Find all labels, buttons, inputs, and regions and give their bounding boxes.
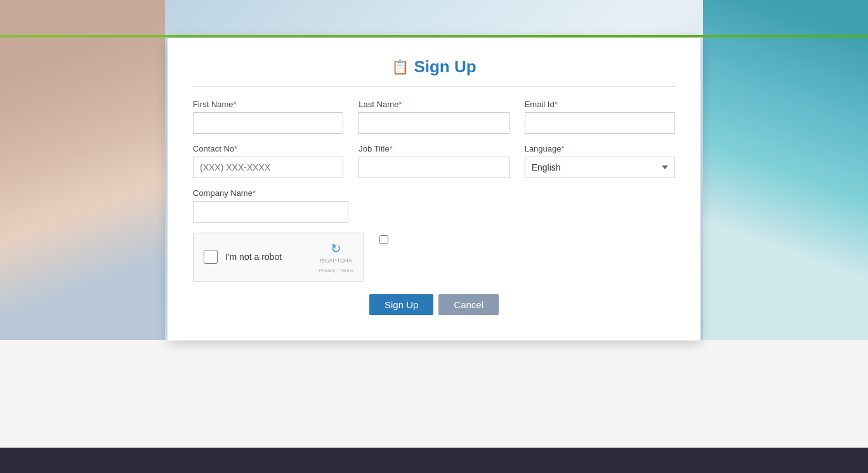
captcha-checkbox[interactable] bbox=[204, 250, 218, 264]
cancel-button[interactable]: Cancel bbox=[438, 294, 499, 315]
language-group: Language* English French Spanish German bbox=[525, 144, 675, 178]
first-name-label: First Name* bbox=[193, 100, 343, 109]
job-title-input[interactable] bbox=[358, 157, 509, 178]
last-name-label: Last Name* bbox=[358, 100, 509, 109]
email-group: Email Id* bbox=[525, 100, 675, 134]
last-name-group: Last Name* bbox=[358, 100, 509, 134]
extra-checkbox[interactable] bbox=[379, 235, 388, 244]
bg-right-panel bbox=[703, 0, 868, 342]
email-required: * bbox=[555, 100, 558, 109]
captcha-logo: ↻ reCAPTCHA Privacy - Terms bbox=[319, 241, 353, 273]
modal-title-row: 📋 Sign Up bbox=[193, 57, 675, 87]
bg-left-panel bbox=[0, 0, 165, 342]
button-row: Sign Up Cancel bbox=[193, 294, 675, 315]
job-title-group: Job Title* bbox=[358, 144, 509, 178]
bg-dark-bar bbox=[0, 448, 868, 473]
captcha-arrows-icon: ↻ bbox=[331, 241, 341, 256]
first-name-group: First Name* bbox=[193, 100, 343, 134]
signup-button[interactable]: Sign Up bbox=[369, 294, 433, 315]
first-name-required: * bbox=[233, 100, 237, 109]
top-green-bar bbox=[0, 35, 868, 37]
job-title-label: Job Title* bbox=[358, 144, 509, 153]
first-name-input[interactable] bbox=[193, 112, 343, 134]
company-name-required: * bbox=[253, 188, 256, 198]
company-name-input[interactable] bbox=[193, 201, 348, 223]
company-name-label: Company Name* bbox=[193, 188, 348, 198]
signup-icon: 📋 bbox=[391, 59, 409, 75]
captcha-label: I'm not a robot bbox=[225, 252, 311, 262]
company-name-group: Company Name* bbox=[193, 188, 348, 223]
email-input[interactable] bbox=[525, 112, 675, 134]
contact-no-group: Contact No* bbox=[193, 144, 343, 178]
language-label: Language* bbox=[525, 144, 675, 153]
captcha-brand: reCAPTCHA bbox=[320, 257, 352, 265]
captcha-privacy: Privacy - Terms bbox=[319, 268, 353, 273]
last-name-input[interactable] bbox=[358, 112, 509, 134]
contact-no-input[interactable] bbox=[193, 157, 343, 178]
language-select[interactable]: English French Spanish German bbox=[525, 157, 675, 178]
form-row-company: Company Name* bbox=[193, 188, 675, 223]
last-name-required: * bbox=[398, 100, 402, 109]
captcha-row: I'm not a robot ↻ reCAPTCHA Privacy - Te… bbox=[193, 233, 675, 282]
job-title-required: * bbox=[390, 144, 393, 153]
language-required: * bbox=[562, 144, 565, 153]
contact-no-label: Contact No* bbox=[193, 144, 343, 153]
captcha-box: I'm not a robot ↻ reCAPTCHA Privacy - Te… bbox=[193, 233, 364, 282]
form-row-1: First Name* Last Name* Email Id* Contact… bbox=[193, 100, 675, 178]
signup-modal: 📋 Sign Up First Name* Last Name* Email I… bbox=[168, 38, 700, 340]
contact-no-required: * bbox=[234, 144, 237, 153]
email-label: Email Id* bbox=[525, 100, 675, 109]
modal-title: Sign Up bbox=[414, 57, 476, 77]
